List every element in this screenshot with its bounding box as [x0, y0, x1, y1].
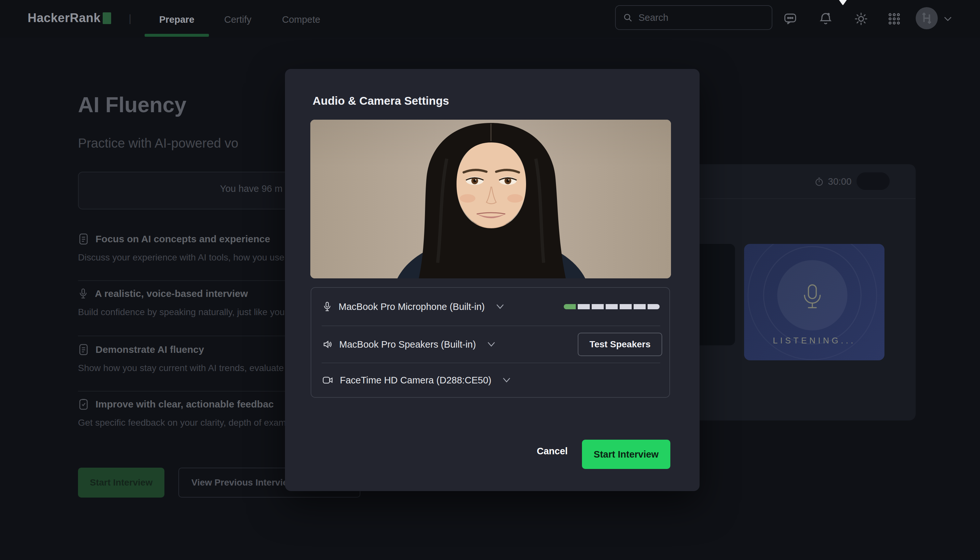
user-avatar[interactable]	[916, 7, 938, 29]
timer-value: 30:00	[828, 176, 852, 187]
microphone-icon	[78, 287, 88, 300]
speaker-icon	[322, 339, 333, 350]
start-interview-button-background[interactable]: Start Interview	[78, 468, 164, 498]
interview-card-header-divider	[684, 198, 916, 199]
page-subtitle: Practice with AI-powered vo	[78, 136, 239, 150]
notifications-bell-icon[interactable]	[818, 11, 833, 26]
speakers-row: MacBook Pro Speakers (Built-in) Test Spe…	[311, 326, 669, 363]
chevron-down-icon[interactable]	[502, 377, 512, 384]
feature-title: Demonstrate AI fluency	[96, 344, 204, 355]
interview-header-pill-button[interactable]	[857, 172, 890, 190]
stopwatch-icon	[814, 177, 824, 187]
hackerrank-logo[interactable]: HackerRank	[28, 11, 111, 25]
modal-title: Audio & Camera Settings	[312, 94, 449, 107]
camera-row: FaceTime HD Camera (D288:CE50)	[311, 363, 669, 397]
chevron-down-icon[interactable]	[487, 341, 496, 348]
microphone-icon	[322, 301, 332, 313]
nav-divider: |	[129, 12, 131, 24]
search-icon	[623, 13, 633, 22]
active-tab-underline	[145, 34, 209, 37]
test-speakers-button[interactable]: Test Speakers	[578, 333, 662, 356]
search-box[interactable]	[615, 5, 772, 30]
webcam-video-frame	[310, 120, 671, 278]
mouse-cursor	[838, 0, 847, 6]
apps-grid-icon[interactable]	[887, 12, 901, 26]
search-input[interactable]	[638, 12, 764, 23]
feature-title: A realistic, voice-based interview	[95, 288, 248, 299]
clipboard-check-icon	[78, 398, 89, 410]
device-settings-panel: MacBook Pro Microphone (Built-in) MacBoo…	[311, 287, 670, 398]
video-camera-icon	[322, 375, 333, 385]
interview-timer: 30:00	[814, 176, 852, 187]
document-lines-icon	[78, 233, 89, 245]
nav-item-compete[interactable]: Compete	[282, 14, 321, 25]
audio-camera-settings-modal: Audio & Camera Settings	[285, 69, 699, 491]
page-title: AI Fluency	[78, 92, 186, 117]
logo-text: HackerRank	[28, 11, 101, 25]
chevron-down-icon[interactable]	[943, 15, 953, 23]
ai-listening-tile: LISTENING...	[744, 244, 884, 360]
chevron-down-icon[interactable]	[495, 303, 505, 310]
top-nav: HackerRank | Prepare Certify Compete	[0, 0, 980, 38]
listening-status-text: LISTENING...	[744, 336, 884, 346]
chat-icon[interactable]	[783, 12, 797, 26]
microphone-row: MacBook Pro Microphone (Built-in)	[311, 288, 669, 325]
start-interview-button[interactable]: Start Interview	[582, 440, 670, 469]
nav-item-certify[interactable]: Certify	[224, 14, 251, 25]
speakers-select-value: MacBook Pro Speakers (Built-in)	[339, 339, 476, 350]
minutes-notice-text: You have 96 m	[220, 183, 282, 194]
camera-preview	[310, 120, 671, 278]
cancel-button[interactable]: Cancel	[535, 445, 570, 457]
theme-sun-icon[interactable]	[854, 12, 868, 26]
logo-green-block-icon	[103, 12, 111, 24]
microphone-select-value: MacBook Pro Microphone (Built-in)	[339, 302, 485, 312]
avatar-hackerrank-h-icon	[920, 12, 933, 25]
feature-title: Improve with clear, actionable feedbac	[96, 399, 274, 410]
document-lines-icon	[78, 343, 89, 356]
camera-select-value: FaceTime HD Camera (D288:CE50)	[340, 375, 491, 386]
feature-title: Focus on AI concepts and experience	[96, 233, 270, 245]
nav-item-prepare[interactable]: Prepare	[159, 14, 194, 25]
mic-level-meter	[564, 304, 659, 309]
